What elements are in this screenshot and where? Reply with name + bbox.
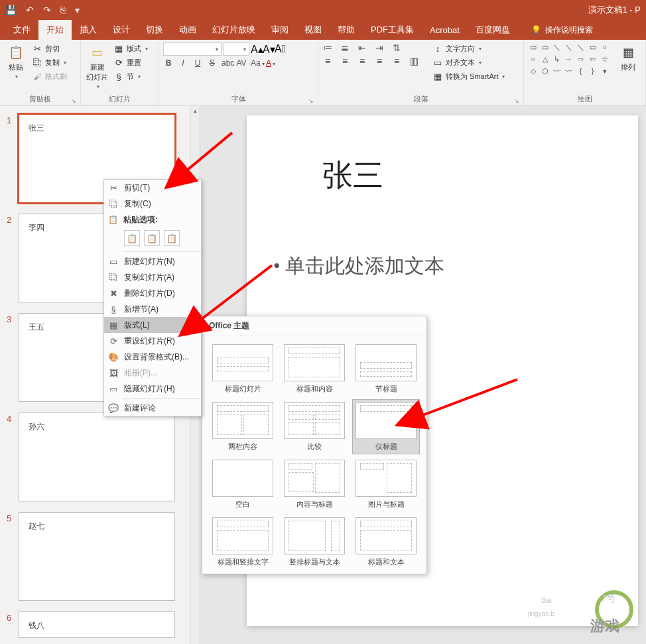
text-direction-button[interactable]: ↕文字方向▾ — [431, 42, 506, 54]
tell-me-search[interactable]: 💡 操作说明搜索 — [531, 20, 593, 40]
layout-title-slide[interactable]: 标题幻灯片 — [209, 342, 277, 397]
tab-view[interactable]: 视图 — [296, 20, 330, 40]
layout-title-only[interactable]: 仅标题 — [352, 399, 420, 454]
thumbnail-6[interactable]: 钱八 — [19, 612, 175, 638]
clear-format-icon[interactable]: A⃠ — [275, 43, 285, 55]
convert-smartart-button[interactable]: ▦转换为 SmartArt▾ — [431, 70, 506, 82]
thumbnail-row: 5 赵七 — [0, 512, 200, 601]
decrease-indent-icon[interactable]: ⇤ — [357, 42, 367, 53]
ctx-new-slide[interactable]: ▭新建幻灯片(N) — [104, 253, 201, 269]
tab-home[interactable]: 开始 — [38, 20, 72, 40]
align-right-icon[interactable]: ≡ — [357, 56, 367, 66]
shapes-gallery[interactable]: ▭▭＼＼＼▭○ ○△↳→⇨⇦☆ ◇⬡〰〰{}▾ — [528, 42, 610, 76]
decrease-font-icon[interactable]: A▾ — [263, 43, 273, 56]
tab-review[interactable]: 审阅 — [263, 20, 296, 40]
ctx-new-section[interactable]: §新增节(A) — [104, 301, 201, 317]
layout-title-and-text[interactable]: 标题和文本 — [352, 515, 420, 570]
layout-title-vertical-text[interactable]: 标题和竖排文字 — [209, 515, 277, 570]
tab-help[interactable]: 帮助 — [330, 20, 363, 40]
line-spacing-icon[interactable]: ⇅ — [391, 42, 402, 53]
thumbnail-5[interactable]: 赵七 — [19, 512, 175, 601]
new-slide-button[interactable]: ▭ 新建 幻灯片 ▾ — [85, 42, 109, 91]
tab-baidu-netdisk[interactable]: 百度网盘 — [468, 20, 518, 40]
tab-insert[interactable]: 插入 — [72, 20, 105, 40]
tab-pdf-tools[interactable]: PDF工具集 — [363, 20, 422, 40]
reset-button[interactable]: ⟳重置 — [112, 56, 149, 68]
ctx-delete-slide[interactable]: ✖删除幻灯片(D) — [104, 285, 201, 301]
flyout-header: Office 主题 — [202, 316, 426, 336]
qat-more-icon[interactable]: ▾ — [75, 5, 80, 15]
scroll-up-icon[interactable]: ▴ — [191, 106, 200, 115]
ctx-reset-slide[interactable]: ⟳重设幻灯片(R) — [104, 333, 201, 349]
font-color-button[interactable]: A▾ — [265, 58, 276, 68]
clipboard-dialog-launcher[interactable]: ↘ — [71, 97, 76, 104]
slide-title-placeholder[interactable]: 张三 — [247, 155, 638, 196]
columns-icon[interactable]: ▥ — [409, 56, 419, 66]
layout-vertical-title-and-text[interactable]: 竖排标题与文本 — [281, 515, 348, 570]
tab-design[interactable]: 设计 — [105, 20, 138, 40]
redo-icon[interactable]: ↷ — [43, 5, 51, 15]
layout-button[interactable]: ▦版式▾ — [112, 42, 149, 54]
format-painter-button[interactable]: 🖌格式刷 — [31, 70, 68, 82]
layout-comparison[interactable]: 比较 — [281, 399, 348, 454]
slide-body-placeholder[interactable]: • 单击此处添加文本 — [247, 240, 638, 280]
layout-section-header[interactable]: 节标题 — [352, 342, 420, 397]
italic-button[interactable]: I — [178, 58, 188, 68]
align-left-icon[interactable]: ≡ — [322, 56, 333, 66]
window-title: 演示文稿1 - P — [588, 4, 641, 16]
tab-acrobat[interactable]: Acrobat — [422, 20, 468, 40]
layout-blank[interactable]: 空白 — [209, 457, 277, 512]
save-icon[interactable]: 💾 — [5, 5, 17, 15]
layout-label: 节标题 — [375, 384, 397, 394]
tab-file[interactable]: 文件 — [5, 20, 38, 40]
paste-button[interactable]: 📋 粘贴 ▾ — [4, 42, 28, 81]
tab-slideshow[interactable]: 幻灯片放映 — [204, 20, 263, 40]
font-size-combo[interactable]: ▾ — [223, 42, 249, 56]
bullets-icon[interactable]: ≔ — [322, 42, 333, 53]
increase-indent-icon[interactable]: ⇥ — [374, 42, 385, 53]
paste-keep-source-formatting[interactable]: 📋 — [144, 230, 160, 246]
char-spacing-button[interactable]: AV — [236, 58, 247, 68]
cut-button[interactable]: ✂剪切 — [31, 42, 68, 54]
ctx-hide-slide[interactable]: ▭隐藏幻灯片(H) — [104, 381, 201, 397]
ctx-format-background[interactable]: 🎨设置背景格式(B)... — [104, 349, 201, 365]
align-text-button[interactable]: ▭对齐文本▾ — [431, 56, 506, 68]
bold-button[interactable]: B — [163, 58, 174, 68]
paste-use-destination-theme[interactable]: 📋 — [124, 230, 140, 246]
copy-button[interactable]: ⿻复制▾ — [31, 56, 68, 68]
change-case-button[interactable]: Aa▾ — [251, 58, 261, 68]
ctx-reset-label: 重设幻灯片(R) — [124, 336, 175, 347]
paragraph-dialog-launcher[interactable]: ↘ — [514, 97, 519, 104]
layout-label: 版式 — [127, 44, 141, 54]
font-dialog-launcher[interactable]: ↘ — [308, 97, 314, 104]
align-center-icon[interactable]: ≡ — [340, 56, 350, 66]
layout-two-content[interactable]: 两栏内容 — [209, 399, 277, 454]
section-button[interactable]: §节▾ — [112, 70, 149, 82]
scissors-icon: ✂ — [32, 43, 42, 54]
strikethrough-button[interactable]: S — [207, 58, 218, 68]
thumbnail-4[interactable]: 孙六 — [19, 413, 175, 501]
paste-picture[interactable]: 📋 — [164, 230, 180, 246]
group-paragraph-label: 段落 — [414, 95, 428, 103]
ctx-layout[interactable]: ▦版式(L)▶ — [104, 317, 201, 333]
numbering-icon[interactable]: ≣ — [340, 42, 350, 53]
ctx-copy[interactable]: ⿻复制(C) — [104, 196, 201, 212]
ctx-duplicate-slide[interactable]: ⿻复制幻灯片(A) — [104, 269, 201, 285]
layout-title-and-content[interactable]: 标题和内容 — [281, 342, 348, 397]
start-from-beginning-icon[interactable]: ⎘ — [60, 5, 66, 15]
increase-font-icon[interactable]: A▴ — [251, 43, 261, 56]
shadow-button[interactable]: abc — [222, 58, 232, 68]
layout-content-with-caption[interactable]: 内容与标题 — [281, 457, 348, 512]
font-name-combo[interactable]: ▾ — [163, 42, 222, 56]
tab-animations[interactable]: 动画 — [171, 20, 204, 40]
arrange-button[interactable]: ▦ 排列 — [616, 42, 640, 74]
undo-icon[interactable]: ↶ — [26, 5, 34, 15]
layout-picture-with-caption[interactable]: 图片与标题 — [352, 457, 420, 512]
justify-icon[interactable]: ≡ — [374, 56, 385, 66]
underline-button[interactable]: U — [192, 58, 203, 68]
search-label: 操作说明搜索 — [545, 25, 593, 36]
distribute-icon[interactable]: ≡ — [391, 56, 402, 66]
tab-transitions[interactable]: 切换 — [138, 20, 171, 40]
ctx-cut[interactable]: ✂剪切(T) — [104, 180, 201, 196]
ctx-new-comment[interactable]: 💬新建评论 — [104, 400, 201, 416]
